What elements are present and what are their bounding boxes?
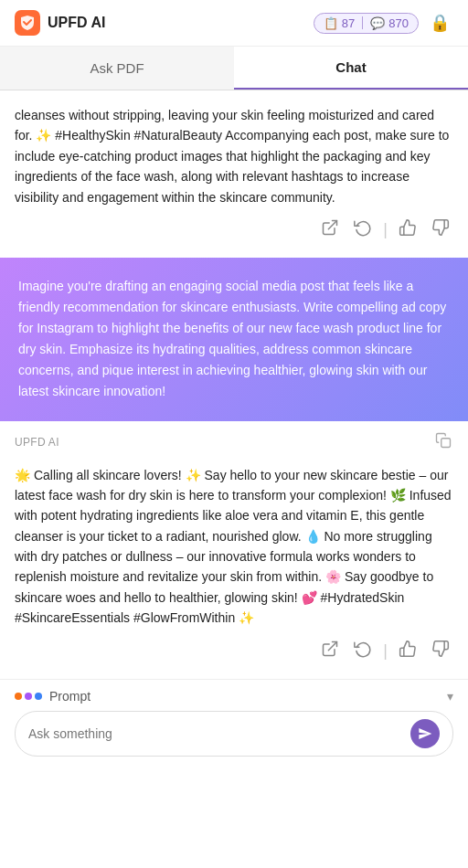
ai-label-row: UPFD AI bbox=[0, 421, 468, 458]
chat-area: cleanses without stripping, leaving your… bbox=[0, 90, 468, 679]
action-separator-2: | bbox=[383, 641, 388, 661]
logo-text: UPFD AI bbox=[48, 15, 105, 31]
prompt-dots bbox=[15, 693, 42, 700]
app-header: UPFD AI 📋 87 💬 870 🔒 bbox=[0, 0, 468, 47]
thumbs-up-button-2[interactable] bbox=[395, 638, 420, 664]
external-link-button-1[interactable] bbox=[317, 217, 343, 243]
refresh-button-1[interactable] bbox=[350, 217, 376, 243]
dot-purple bbox=[25, 693, 32, 700]
chevron-down-icon[interactable]: ▾ bbox=[447, 689, 453, 704]
prompt-row: Prompt ▾ bbox=[15, 689, 453, 704]
logo-icon bbox=[15, 10, 40, 36]
svg-rect-2 bbox=[441, 438, 451, 447]
ai-message-2-text: 🌟 Calling all skincare lovers! ✨ Say hel… bbox=[15, 465, 453, 629]
svg-line-1 bbox=[329, 220, 337, 228]
ai-message-1: cleanses without stripping, leaving your… bbox=[0, 90, 468, 258]
counter2-value: 870 bbox=[388, 16, 409, 30]
thumbs-up-button-1[interactable] bbox=[395, 217, 420, 243]
send-icon bbox=[418, 726, 432, 741]
ask-input[interactable] bbox=[28, 726, 403, 741]
svg-line-3 bbox=[329, 641, 337, 650]
user-message: Imagine you're drafting an engaging soci… bbox=[0, 258, 468, 421]
logo-area: UPFD AI bbox=[15, 10, 105, 36]
prompt-label: Prompt bbox=[49, 689, 440, 704]
copy-button[interactable] bbox=[433, 430, 453, 454]
dot-orange bbox=[15, 693, 22, 700]
tab-bar: Ask PDF Chat bbox=[0, 47, 468, 90]
counter2-icon: 💬 bbox=[370, 16, 385, 30]
action-separator-1: | bbox=[383, 220, 388, 239]
ai-message-1-text: cleanses without stripping, leaving your… bbox=[15, 105, 453, 207]
thumbs-down-button-2[interactable] bbox=[428, 638, 453, 664]
user-message-text: Imagine you're drafting an engaging soci… bbox=[18, 276, 450, 403]
prompt-bar: Prompt ▾ bbox=[0, 679, 468, 766]
counter1-value: 87 bbox=[342, 16, 355, 30]
refresh-button-2[interactable] bbox=[350, 638, 376, 664]
counter1-icon: 📋 bbox=[324, 16, 338, 30]
action-bar-1: | bbox=[15, 207, 453, 258]
send-button[interactable] bbox=[410, 719, 440, 748]
tab-ask-pdf[interactable]: Ask PDF bbox=[0, 47, 234, 90]
tab-chat[interactable]: Chat bbox=[234, 47, 468, 90]
thumbs-down-button-1[interactable] bbox=[428, 217, 453, 243]
ai-label: UPFD AI bbox=[15, 436, 59, 449]
header-actions: 📋 87 💬 870 🔒 bbox=[314, 9, 453, 37]
dot-blue bbox=[35, 693, 42, 700]
action-bar-2: | bbox=[15, 629, 453, 679]
ai-message-2: 🌟 Calling all skincare lovers! ✨ Say hel… bbox=[0, 458, 468, 679]
lock-button[interactable]: 🔒 bbox=[426, 9, 453, 37]
external-link-button-2[interactable] bbox=[317, 638, 343, 664]
counter-badge[interactable]: 📋 87 💬 870 bbox=[314, 13, 419, 34]
ask-input-row bbox=[15, 711, 453, 757]
